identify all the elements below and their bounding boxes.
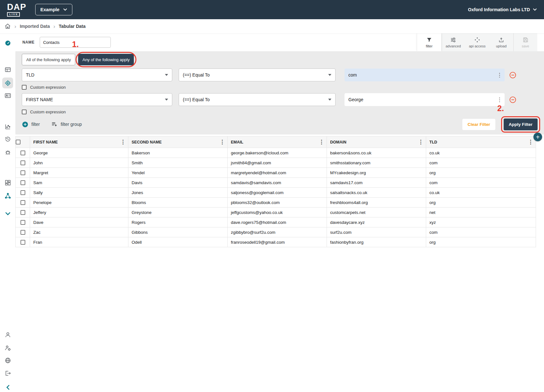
row-checkbox-cell [16,227,30,237]
apply-filter-button[interactable]: Apply Filter [504,118,538,130]
filter-icon [426,37,432,43]
cell-domain: davesdaycare.xyz [327,217,426,227]
table-row: MargretYendelmargretyendel@hotmail.comMY… [16,168,536,178]
filter-row: FIRST NAME (==) Equal To George ⋮ [22,93,538,106]
row-checkbox-cell [16,148,30,158]
select-all-checkbox[interactable] [16,140,20,144]
cell-domain: surf2u.com [327,227,426,237]
add-filter-group-label: filter group [61,122,82,127]
manage-accounts-icon[interactable] [2,342,13,353]
bug-report-icon[interactable] [2,147,13,158]
clear-filter-button[interactable]: Clear Filter [462,119,495,130]
toolbar-advanced-tab[interactable]: advanced [441,33,465,51]
row-checkbox[interactable] [20,160,25,165]
field-select[interactable]: FIRST NAME [22,93,172,106]
hub-icon[interactable] [2,190,13,201]
custom-expression-toggle[interactable]: Custom expression [22,84,538,90]
table-view-icon[interactable] [2,64,13,75]
cell-domain: bakerson&sons.co.uk [327,148,426,158]
contact-card-icon[interactable] [2,90,13,101]
row-checkbox[interactable] [20,220,25,225]
field-select[interactable]: TLD [22,69,172,81]
history-icon[interactable] [2,134,13,144]
operator-select[interactable]: (==) Equal To [179,93,336,106]
row-checkbox[interactable] [20,200,25,205]
toolbar-upload-tab[interactable]: upload [489,33,513,51]
operator-select[interactable]: (==) Equal To [179,69,336,81]
add-filter-group-button[interactable]: filter group [51,121,82,127]
dropdown-caret-icon [165,74,168,76]
remove-filter-button[interactable] [509,96,516,103]
cell-domain: freshblooms4all.org [327,198,426,208]
table-row: SamDavissamdavis@samdavis.comsamdavis17.… [16,178,536,188]
breadcrumb-imported-data[interactable]: Imported Data [20,24,50,29]
row-checkbox-cell [16,237,30,247]
table-row: JefferyGreystonejeffgcustoms@yahoo.co.uk… [16,208,536,217]
custom-expression-checkbox[interactable] [22,110,27,114]
cell-tld: co.uk [426,188,536,198]
toolbar-save-button[interactable]: save [513,33,537,51]
row-checkbox[interactable] [20,230,25,235]
toolbar-filter-tab[interactable]: filter [417,33,441,51]
row-checkbox[interactable] [20,240,25,245]
collapse-icon[interactable] [2,382,13,392]
scatter-chart-icon[interactable] [2,121,13,132]
operator-select-value: (==) Equal To [183,72,210,78]
filter-value-input[interactable]: George ⋮ [345,93,505,106]
custom-expression-label: Custom expression [30,110,66,114]
cell-first-name: Jeffery [30,208,128,217]
custom-expression-checkbox[interactable] [22,85,27,90]
expand-more-icon[interactable] [2,208,13,219]
remove-filter-button[interactable] [509,71,516,79]
gauge-icon[interactable] [2,37,13,48]
table-body: GeorgeBakersongeorge.bakerson@icloud.com… [16,148,536,247]
dashboard-icon[interactable] [2,177,13,188]
column-header-label: EMAIL [231,140,243,144]
cell-email: pblooms32@outlook.com [228,198,327,208]
filter-panel: All of the following apply Any of the fo… [15,51,544,135]
cell-second-name: Blooms [128,198,228,208]
match-any-button[interactable]: Any of the following apply [78,54,134,65]
kebab-menu-icon[interactable]: ⋮ [318,139,325,145]
cell-first-name: Fran [30,237,128,247]
cell-second-name: Rogers [128,217,228,227]
row-checkbox[interactable] [20,151,25,155]
toolbar-api-access-tab[interactable]: api access [465,33,489,51]
add-filter-button[interactable]: filter [22,121,40,128]
row-checkbox[interactable] [20,180,25,185]
table-row: GeorgeBakersongeorge.bakerson@icloud.com… [16,148,536,158]
project-selector-button[interactable]: Example [35,4,72,15]
kebab-menu-icon[interactable]: ⋮ [219,139,225,145]
filter-group-icon [51,121,58,127]
match-all-button[interactable]: All of the following apply [22,54,75,65]
logout-icon[interactable] [2,368,13,379]
row-checkbox[interactable] [20,170,25,175]
cell-tld: org [426,237,536,247]
row-checkbox-cell [16,198,30,208]
account-icon[interactable] [2,329,13,340]
table-row: DaveRogersdave.rogers75@hotmail.comdaves… [16,217,536,227]
kebab-menu-icon[interactable]: ⋮ [496,97,503,102]
filter-value-input[interactable]: com ⋮ [345,69,505,81]
view-toolbar: filter advanced api access [417,33,537,51]
org-selector[interactable]: Oxford Information Labs LTD [468,7,537,12]
custom-expression-toggle[interactable]: Custom expression [22,109,538,115]
home-icon[interactable] [4,23,11,29]
globe-icon[interactable] [2,355,13,366]
cell-domain: MYcakedesign.org [327,168,426,178]
toolbar-item-label: advanced [446,44,461,48]
kebab-menu-icon[interactable]: ⋮ [120,139,126,145]
table-row: JohnSmithjsmith84@gmail.comsmithsstation… [16,158,536,168]
add-column-button[interactable]: + [533,133,542,141]
data-target-icon[interactable] [2,78,13,88]
top-header: DAP LIVE Example Oxford Information Labs… [0,0,544,19]
name-bar: NAME filter advanced [15,33,544,51]
column-header-first-name: FIRST NAME⋮ [30,136,128,148]
dataset-name-input[interactable] [40,37,111,48]
breadcrumb-separator: › [14,24,16,29]
kebab-menu-icon[interactable]: ⋮ [418,139,424,145]
row-checkbox[interactable] [20,190,25,195]
row-checkbox[interactable] [20,210,25,215]
kebab-menu-icon[interactable]: ⋮ [527,139,534,145]
kebab-menu-icon[interactable]: ⋮ [496,72,503,78]
